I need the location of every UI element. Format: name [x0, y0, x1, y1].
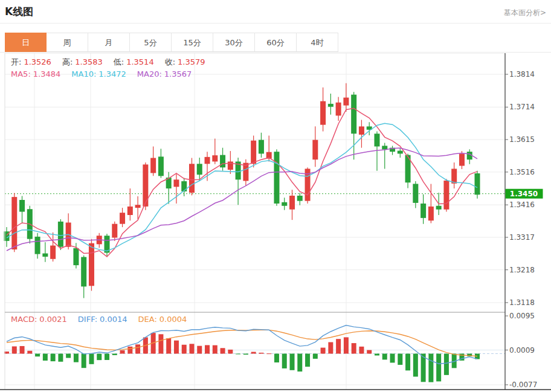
legend-ma-ma5: MA5:1.3484	[11, 69, 63, 79]
dea-line	[7, 330, 477, 356]
legend-macd-dea: DEA:0.0004	[138, 315, 190, 324]
candle-body	[89, 243, 94, 286]
ma10-line	[7, 123, 477, 251]
macd-bar	[375, 354, 379, 356]
candle-body	[428, 207, 434, 220]
candle-body	[436, 206, 442, 210]
macd-bar	[43, 354, 48, 361]
tab-30分[interactable]: 30分	[213, 33, 255, 52]
label: 开:	[11, 57, 21, 66]
candle-body	[351, 95, 356, 134]
label: 低:	[114, 57, 124, 66]
value: 1.3583	[75, 57, 103, 66]
tab-月[interactable]: 月	[88, 33, 130, 52]
tab-日[interactable]: 日	[5, 33, 47, 52]
candle-body	[312, 140, 318, 160]
macd-bar	[359, 347, 364, 354]
fundamental-analysis-link[interactable]: 基本面分析>	[504, 8, 546, 18]
label: DIFF:	[78, 315, 97, 324]
macd-bar	[20, 346, 25, 354]
candle-body	[443, 181, 449, 210]
candle-body	[19, 200, 25, 212]
candle-body	[42, 254, 48, 257]
candle-body	[127, 207, 133, 215]
macd-bar	[213, 345, 218, 354]
axis-tick-label: 1.3118	[509, 298, 535, 307]
macd-bar	[297, 354, 302, 372]
macd-bar	[428, 354, 433, 382]
macd-bar	[82, 354, 86, 368]
candle-body	[181, 181, 187, 191]
tab-5分[interactable]: 5分	[130, 33, 172, 52]
macd-bar	[105, 354, 109, 360]
axis-tick-label: 1.3516	[509, 168, 535, 176]
macd-bar	[236, 354, 240, 355]
candle-body	[251, 141, 256, 164]
candle-body	[320, 101, 326, 125]
candle-body	[413, 184, 418, 203]
axis-tick-label: 0.0009	[509, 346, 535, 355]
candle-body	[343, 98, 349, 106]
candle-body	[459, 153, 465, 165]
page-title: K线图	[5, 5, 33, 19]
candle-body	[328, 104, 334, 107]
candle-body	[197, 164, 202, 175]
macd-bar	[158, 334, 163, 353]
candle-body	[150, 158, 156, 173]
macd-bar	[166, 338, 171, 354]
legend-macd-macd: MACD:0.0021	[11, 315, 69, 324]
macd-bar	[405, 354, 410, 371]
macd-bar	[182, 345, 187, 354]
legend-ohlc-close: 收:1.3579	[165, 57, 208, 66]
value: 0.0021	[39, 315, 67, 324]
macd-bar	[282, 354, 287, 368]
value: 1.3579	[178, 57, 205, 66]
macd-legend: MACD:0.0021DIFF:0.0014DEA:0.0004	[11, 315, 198, 324]
timeframe-tabbar: 日周月5分15分30分60分4时	[5, 33, 338, 52]
label: 收:	[165, 57, 175, 66]
macd-bar	[413, 354, 418, 377]
macd-bar	[336, 339, 341, 353]
candle-body	[205, 157, 210, 164]
tab-60分[interactable]: 60分	[255, 33, 297, 52]
axis-tick-label: 1.3218	[509, 266, 535, 274]
candle-body	[11, 197, 17, 249]
macd-bar	[74, 354, 79, 362]
kline-chart[interactable]: 1.38141.37141.36151.35161.34161.33171.32…	[0, 53, 551, 392]
candle-body	[50, 246, 56, 259]
axis-tick-label: 1.3615	[509, 135, 535, 144]
candle-body	[282, 202, 287, 206]
legend-ohlc-open: 开:1.3526	[11, 57, 54, 66]
value: 1.3567	[164, 69, 192, 79]
macd-bar	[189, 344, 194, 353]
legend-ohlc-high: 高:1.3583	[62, 57, 105, 66]
macd-bar	[221, 348, 225, 353]
label: MA10:	[71, 69, 96, 79]
tab-4时[interactable]: 4时	[297, 33, 338, 52]
macd-bar	[251, 352, 256, 354]
value: 1.3472	[98, 69, 126, 79]
value: 0.0014	[100, 315, 127, 324]
label: DEA:	[138, 315, 157, 324]
candle-body	[420, 204, 426, 218]
tab-周[interactable]: 周	[47, 33, 88, 52]
kline-widget: K线图 基本面分析> 日周月5分15分30分60分4时 开:1.3526高:1.…	[0, 0, 551, 392]
tab-15分[interactable]: 15分	[172, 33, 213, 52]
label: MACD:	[11, 315, 37, 324]
candle-body	[359, 126, 364, 135]
macd-bar	[243, 354, 248, 355]
candle-body	[336, 103, 341, 116]
macd-bar	[390, 354, 395, 363]
macd-bar	[97, 354, 102, 361]
macd-bar	[112, 354, 117, 355]
macd-bar	[328, 342, 333, 354]
macd-bar	[436, 354, 441, 382]
candle-body	[112, 224, 117, 238]
legend-ohlc-low: 低:1.3514	[114, 57, 156, 66]
macd-bar	[398, 354, 402, 365]
candle-body	[382, 146, 387, 149]
macd-bar	[197, 346, 202, 354]
candle-body	[451, 169, 457, 183]
macd-bar	[12, 346, 17, 353]
candle-body	[120, 213, 125, 223]
